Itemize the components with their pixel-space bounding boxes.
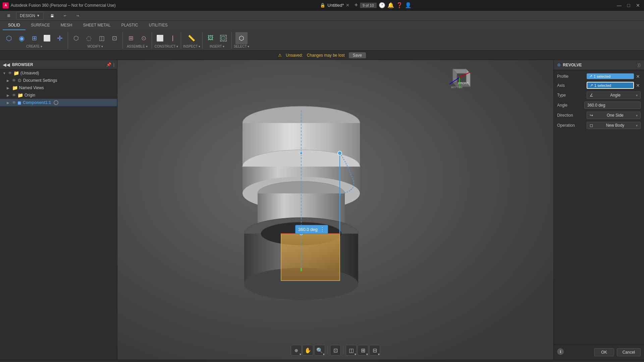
chevron-doc-settings: ▶ bbox=[7, 79, 11, 82]
browser-item-origin[interactable]: ▶ 👁 📁 Origin bbox=[0, 92, 117, 99]
axis-selected-badge[interactable]: ↗ 1 selected bbox=[587, 82, 634, 89]
close-button[interactable]: ✕ bbox=[635, 2, 641, 9]
toolbar-group-assemble: ⊞ ⊙ ASSEMBLE ▾ bbox=[125, 32, 152, 49]
operation-text: New Body bbox=[606, 123, 625, 128]
minimize-button[interactable]: — bbox=[616, 2, 623, 9]
direction-dropdown[interactable]: ↪ One Side ▾ bbox=[587, 112, 641, 119]
type-text: Angle bbox=[610, 93, 621, 98]
zoom-button[interactable]: 🔍 ▾ bbox=[314, 345, 325, 356]
profile-clear-button[interactable]: ✕ bbox=[635, 74, 641, 79]
close-tab-icon[interactable]: ✕ bbox=[346, 3, 350, 8]
modify-chamfer-button[interactable]: ◫ bbox=[96, 32, 108, 44]
browser-item-named-views[interactable]: ▶ 📁 Named Views bbox=[0, 84, 117, 92]
pan-button[interactable]: ✋ bbox=[303, 345, 313, 356]
eye-component1[interactable]: 👁 bbox=[12, 100, 16, 105]
angle-label: Angle bbox=[557, 103, 582, 108]
modify-fillet-button[interactable]: ◌ bbox=[83, 32, 95, 44]
modify-press-pull-button[interactable]: ⬡ bbox=[70, 32, 82, 44]
undo-button[interactable]: ↩ bbox=[59, 10, 71, 22]
create-sweep-button[interactable]: ⊞ bbox=[28, 32, 40, 44]
insert-image-button[interactable]: 🖼 bbox=[205, 32, 217, 44]
insert-decal-button[interactable]: ⊡ bbox=[217, 32, 229, 44]
save-button[interactable]: 💾 bbox=[46, 10, 58, 22]
inspect-measure-button[interactable]: 📏 bbox=[185, 32, 198, 44]
profile-selected-text: 1 selected bbox=[594, 74, 610, 78]
create-move-button[interactable]: ✛ bbox=[54, 32, 66, 44]
viewport-controls: ⊕ ▾ ✋ 🔍 ▾ ⊡ ◫ ▾ ⊞ ▾ ⊟ ▾ bbox=[291, 345, 380, 356]
tab-utilities[interactable]: UTILITIES bbox=[144, 21, 173, 30]
angle-input[interactable] bbox=[584, 102, 641, 109]
toolbar-tabs: SOLID SURFACE MESH SHEET METAL PLASTIC U… bbox=[0, 21, 644, 30]
info-button[interactable]: ℹ bbox=[557, 348, 564, 355]
toolbar-group-modify: ⬡ ◌ ◫ ⊡ MODIFY ▾ bbox=[70, 32, 123, 49]
grid-display-button[interactable]: ⊞ ▾ bbox=[358, 345, 368, 356]
bell-icon[interactable]: 🔔 bbox=[387, 2, 394, 8]
help-icon[interactable]: ❓ bbox=[396, 2, 403, 8]
design-dropdown-button[interactable]: DESIGN ▼ bbox=[16, 12, 44, 20]
expand-panel-icon[interactable]: ⟩⟩ bbox=[637, 62, 641, 68]
axis-clear-button[interactable]: ✕ bbox=[635, 83, 641, 88]
tab-plastic[interactable]: PLASTIC bbox=[116, 21, 144, 30]
tab-solid[interactable]: SOLID bbox=[3, 21, 25, 30]
titlebar-right: — □ ✕ bbox=[616, 2, 641, 9]
redo-button[interactable]: ↪ bbox=[72, 10, 84, 22]
angle-more-btn[interactable]: ⋮ bbox=[320, 226, 325, 233]
user-icon[interactable]: 👤 bbox=[405, 2, 412, 8]
chevron-named-views: ▶ bbox=[7, 86, 11, 90]
assemble-group-label: ASSEMBLE ▾ bbox=[127, 45, 148, 49]
create-extrude-button[interactable]: ⬡ bbox=[3, 32, 15, 44]
modify-group-label: MODIFY ▾ bbox=[88, 45, 103, 49]
browser-item-doc-settings[interactable]: ▶ 👁 ⚙ Document Settings bbox=[0, 77, 117, 84]
toolbar-main-row: ⬡ ◉ ⊞ ⬜ ✛ CREATE ▾ bbox=[0, 30, 644, 50]
app-menu-button[interactable]: ≡ bbox=[3, 10, 15, 22]
title-bar: A Autodesk Fusion 360 (Personal – Not fo… bbox=[0, 0, 644, 11]
assemble-joint-button[interactable]: ⊙ bbox=[138, 32, 150, 44]
revolve-header: ⚙ REVOLVE ⟩⟩ bbox=[554, 60, 644, 70]
chevron-origin: ▶ bbox=[7, 94, 11, 97]
tab-sheet-metal[interactable]: SHEET METAL bbox=[77, 21, 116, 30]
select-button[interactable]: ⬡ bbox=[235, 32, 248, 44]
tab-surface[interactable]: SURFACE bbox=[25, 21, 55, 30]
notification-badge[interactable]: 9 of 10 bbox=[360, 3, 377, 8]
cancel-button[interactable]: Cancel bbox=[617, 348, 641, 356]
browser-expand-icon[interactable]: | bbox=[113, 62, 114, 67]
collapse-browser-icon[interactable]: ◀◀ bbox=[3, 62, 10, 67]
view-cube[interactable]: FRONT BOTTOM bbox=[446, 64, 473, 91]
insert-group-label: INSERT ▾ bbox=[210, 45, 224, 49]
eye-root[interactable]: 👁 bbox=[8, 71, 12, 75]
viewport[interactable]: 360.0 deg ⋮ FRONT BOTTOM ⊕ ▾ bbox=[117, 60, 553, 360]
visual-style-button[interactable]: ⊟ ▾ bbox=[369, 345, 380, 356]
display-mode-button[interactable]: ◫ ▾ bbox=[346, 345, 357, 356]
angle-indicator[interactable]: 360.0 deg ⋮ bbox=[295, 225, 328, 234]
warning-icon: ⚠ bbox=[278, 53, 282, 58]
revolve-panel: ⚙ REVOLVE ⟩⟩ Profile ↗ 1 selected ✕ Axis bbox=[553, 60, 644, 360]
save-now-button[interactable]: Save bbox=[349, 52, 366, 58]
file-name[interactable]: Untitled* bbox=[327, 3, 344, 8]
construct-axis-button[interactable]: | bbox=[167, 32, 179, 44]
create-revolve-button[interactable]: ◉ bbox=[15, 32, 28, 44]
assemble-new-component-button[interactable]: ⊞ bbox=[125, 32, 137, 44]
new-tab-btn[interactable]: + bbox=[354, 2, 358, 9]
clock-icon[interactable]: 🕐 bbox=[379, 2, 385, 8]
browser-pin-icon[interactable]: 📌 bbox=[106, 62, 111, 67]
modify-buttons: ⬡ ◌ ◫ ⊡ bbox=[70, 32, 120, 45]
bottom-bar: COMMENTS ➕ | 1 Profile 1 Sketch Line | A… bbox=[0, 360, 644, 362]
type-dropdown[interactable]: ∠ Angle ▾ bbox=[587, 92, 641, 99]
eye-doc-settings[interactable]: 👁 bbox=[12, 78, 16, 83]
orbit-button[interactable]: ⊕ ▾ bbox=[291, 345, 302, 356]
browser-item-component1[interactable]: ▶ 👁 ◼ Component1:1 bbox=[0, 99, 117, 106]
design-chevron: ▼ bbox=[37, 14, 40, 17]
tab-mesh[interactable]: MESH bbox=[55, 21, 78, 30]
profile-value: ↗ 1 selected ✕ bbox=[587, 73, 641, 79]
operation-dropdown[interactable]: ◻ New Body ▾ bbox=[587, 122, 641, 129]
fit-button[interactable]: ⊡ bbox=[330, 345, 341, 356]
browser-item-root[interactable]: ▼ 👁 📁 (Unsaved) bbox=[0, 69, 117, 77]
maximize-button[interactable]: □ bbox=[625, 2, 632, 9]
create-loft-button[interactable]: ⬜ bbox=[41, 32, 53, 44]
profile-selected-badge[interactable]: ↗ 1 selected bbox=[587, 73, 634, 79]
modify-shell-button[interactable]: ⊡ bbox=[108, 32, 120, 44]
inspect-buttons: 📏 bbox=[185, 32, 198, 45]
construct-plane-button[interactable]: ⬜ bbox=[154, 32, 166, 44]
ok-button[interactable]: OK bbox=[594, 348, 614, 356]
eye-origin[interactable]: 👁 bbox=[12, 93, 16, 98]
